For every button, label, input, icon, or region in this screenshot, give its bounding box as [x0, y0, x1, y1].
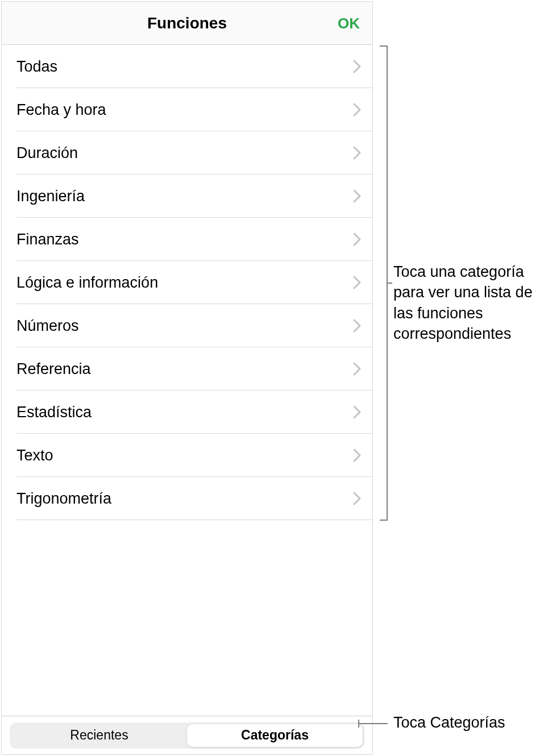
category-item-logica[interactable]: Lógica e información: [2, 261, 372, 304]
bottom-tabbar: Recientes Categorías: [2, 716, 372, 754]
segmented-control: Recientes Categorías: [10, 722, 364, 749]
category-item-texto[interactable]: Texto: [2, 434, 372, 477]
callout-category-hint: Toca una categoría para ver una lista de…: [393, 261, 547, 344]
callout-tab-hint: Toca Categorías: [393, 714, 505, 732]
category-item-referencia[interactable]: Referencia: [2, 347, 372, 391]
panel-title: Funciones: [147, 14, 227, 32]
chevron-right-icon: [353, 319, 361, 333]
chevron-right-icon: [353, 146, 361, 160]
callout-bracket-icon: [380, 45, 388, 521]
category-label: Referencia: [16, 360, 91, 378]
chevron-right-icon: [353, 448, 361, 462]
tab-recent[interactable]: Recientes: [11, 724, 187, 747]
chevron-right-icon: [353, 189, 361, 203]
chevron-right-icon: [353, 362, 361, 376]
callout-connector-icon: [359, 723, 388, 724]
panel-header: Funciones OK: [2, 2, 372, 45]
category-label: Fecha y hora: [16, 101, 106, 119]
functions-panel: Funciones OK Todas Fecha y hora Duración…: [1, 1, 373, 755]
ok-button[interactable]: OK: [338, 14, 360, 32]
callout-connector-icon: [388, 283, 392, 284]
category-item-duracion[interactable]: Duración: [2, 131, 372, 175]
category-item-todas[interactable]: Todas: [2, 45, 372, 88]
tab-categories[interactable]: Categorías: [187, 724, 363, 747]
category-label: Estadística: [16, 404, 92, 421]
category-list: Todas Fecha y hora Duración Ingeniería F…: [2, 45, 372, 716]
category-label: Números: [16, 317, 79, 335]
category-label: Finanzas: [16, 231, 79, 248]
category-label: Ingeniería: [16, 188, 85, 205]
chevron-right-icon: [353, 492, 361, 505]
chevron-right-icon: [353, 103, 361, 117]
chevron-right-icon: [353, 232, 361, 246]
category-item-ingenieria[interactable]: Ingeniería: [2, 175, 372, 218]
category-item-estadistica[interactable]: Estadística: [2, 391, 372, 434]
chevron-right-icon: [353, 405, 361, 419]
chevron-right-icon: [353, 60, 361, 73]
category-item-trigonometria[interactable]: Trigonometría: [2, 477, 372, 520]
category-label: Texto: [16, 447, 53, 464]
chevron-right-icon: [353, 276, 361, 289]
category-label: Lógica e información: [16, 274, 158, 292]
category-item-finanzas[interactable]: Finanzas: [2, 218, 372, 261]
category-item-numeros[interactable]: Números: [2, 304, 372, 347]
category-label: Trigonometría: [16, 490, 111, 508]
category-item-fecha-y-hora[interactable]: Fecha y hora: [2, 88, 372, 131]
category-label: Todas: [16, 58, 57, 76]
category-label: Duración: [16, 144, 78, 162]
